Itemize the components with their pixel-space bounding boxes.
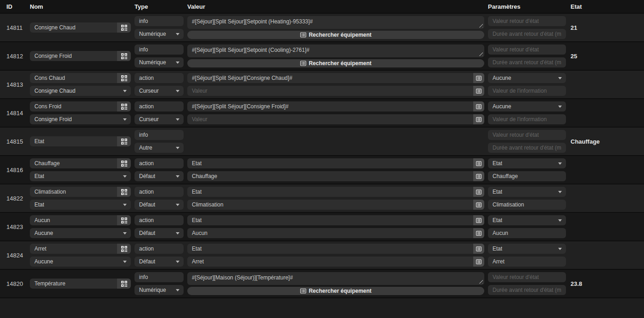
subtype-select-value: Défaut — [139, 173, 155, 179]
icon-picker-button[interactable] — [117, 136, 131, 146]
info-value-input[interactable] — [488, 257, 566, 267]
row-id: 14815 — [0, 138, 30, 145]
select-command-button[interactable] — [473, 215, 484, 225]
select-command-button[interactable] — [473, 187, 484, 197]
subtype-select[interactable]: Curseur — [134, 86, 184, 96]
icon-picker-button[interactable] — [117, 22, 131, 33]
name-input[interactable] — [30, 158, 117, 168]
select-command-button[interactable] — [473, 73, 484, 83]
subtype-select[interactable]: Défaut — [134, 257, 184, 267]
linked-command-select[interactable]: Aucune — [30, 257, 131, 267]
subtype-select[interactable]: Numérique — [134, 285, 184, 295]
linked-command-select[interactable]: Consigne Froid — [30, 114, 131, 124]
name-input[interactable] — [30, 73, 117, 83]
value-input[interactable] — [187, 114, 473, 124]
select-command-button[interactable] — [473, 257, 484, 267]
return-state-duration-input[interactable] — [488, 143, 566, 153]
chevron-down-icon — [176, 204, 179, 206]
info-value-input[interactable] — [488, 200, 566, 210]
value-input[interactable] — [187, 200, 473, 210]
search-equipment-button[interactable]: Rechercher équipement — [187, 31, 484, 39]
icon-picker-button[interactable] — [117, 51, 131, 61]
select-command-button[interactable] — [473, 114, 484, 124]
value-textarea[interactable]: #[Séjour][Split Séjour][Setpoint (Heatin… — [187, 16, 484, 29]
value-input[interactable] — [187, 244, 473, 254]
state-feedback-select[interactable]: Etat — [488, 158, 566, 168]
value-input[interactable] — [187, 86, 473, 96]
return-state-value-input[interactable] — [488, 16, 566, 26]
value-input[interactable] — [187, 101, 473, 112]
value-input[interactable] — [187, 171, 473, 181]
select-command-button[interactable] — [473, 200, 484, 210]
linked-command-select[interactable]: Etat — [30, 200, 131, 210]
subtype-select[interactable]: Numérique — [134, 29, 184, 39]
value-textarea[interactable]: #[Séjour][Split Séjour][Setpoint (Coolin… — [187, 45, 484, 57]
value-input[interactable] — [187, 158, 473, 168]
state-feedback-select[interactable]: Etat — [488, 215, 566, 225]
state-feedback-select[interactable]: Etat — [488, 244, 566, 254]
row-id: 14816 — [0, 167, 30, 173]
state-feedback-select[interactable]: Etat — [488, 187, 566, 197]
list-icon — [300, 288, 306, 294]
icon-picker-button[interactable] — [117, 244, 131, 254]
select-command-button[interactable] — [473, 101, 484, 112]
search-equipment-label: Rechercher équipement — [309, 60, 372, 67]
name-input[interactable] — [30, 279, 117, 289]
value-input[interactable] — [187, 228, 473, 238]
select-command-button[interactable] — [473, 228, 484, 238]
linked-command-select[interactable]: Aucune — [30, 228, 131, 238]
info-value-input[interactable] — [488, 86, 566, 96]
name-input[interactable] — [30, 244, 117, 254]
return-state-duration-input[interactable] — [488, 29, 566, 39]
icon-picker-button[interactable] — [117, 279, 131, 289]
select-command-button[interactable] — [473, 86, 484, 96]
name-input[interactable] — [30, 136, 117, 146]
state-feedback-select[interactable]: Aucune — [488, 101, 566, 112]
return-state-value-input[interactable] — [488, 45, 566, 55]
value-input[interactable] — [187, 257, 473, 267]
search-equipment-button[interactable]: Rechercher équipement — [187, 59, 484, 67]
subtype-select[interactable]: Défaut — [134, 228, 184, 238]
search-equipment-button[interactable]: Rechercher équipement — [187, 287, 484, 295]
name-input[interactable] — [30, 215, 117, 225]
name-input[interactable] — [30, 22, 117, 33]
linked-command-select-value: Etat — [34, 173, 44, 179]
subtype-select[interactable]: Autre — [134, 143, 184, 153]
list-icon — [476, 117, 482, 122]
name-input[interactable] — [30, 51, 117, 61]
icon-picker-button[interactable] — [117, 101, 131, 112]
return-state-value-input[interactable] — [488, 272, 566, 282]
return-state-duration-input[interactable] — [488, 285, 566, 295]
list-icon — [476, 218, 482, 223]
select-command-button[interactable] — [473, 244, 484, 254]
linked-command-select[interactable]: Etat — [30, 171, 131, 181]
select-command-button[interactable] — [473, 171, 484, 181]
subtype-select[interactable]: Curseur — [134, 114, 184, 124]
icon-picker-button[interactable] — [117, 158, 131, 168]
return-state-value-input[interactable] — [488, 130, 566, 140]
return-state-duration-input[interactable] — [488, 57, 566, 67]
value-input[interactable] — [187, 187, 473, 197]
linked-command-select[interactable]: Consigne Chaud — [30, 86, 131, 96]
select-command-button[interactable] — [473, 158, 484, 168]
name-input[interactable] — [30, 187, 117, 197]
info-value-input[interactable] — [488, 114, 566, 124]
table-row: 14811 Numérique #[Séjour][Split Séjour][… — [0, 14, 644, 42]
row-id: 14822 — [0, 195, 30, 202]
icon-picker-button[interactable] — [117, 73, 131, 83]
qrcode-icon — [121, 189, 127, 195]
icon-picker-button[interactable] — [117, 215, 131, 225]
value-textarea[interactable]: #[Séjour][Maison (Séjour)][Température]# — [187, 272, 484, 285]
state-feedback-select[interactable]: Aucune — [488, 73, 566, 83]
value-input[interactable] — [187, 73, 473, 83]
subtype-select[interactable]: Défaut — [134, 200, 184, 210]
subtype-select[interactable]: Défaut — [134, 171, 184, 181]
info-value-input[interactable] — [488, 171, 566, 181]
name-input[interactable] — [30, 101, 117, 112]
value-input[interactable] — [187, 215, 473, 225]
icon-picker-button[interactable] — [117, 187, 131, 197]
info-value-input[interactable] — [488, 228, 566, 238]
subtype-select[interactable]: Numérique — [134, 57, 184, 67]
column-header-nom: Nom — [30, 3, 134, 10]
column-header-etat: Etat — [571, 3, 644, 10]
